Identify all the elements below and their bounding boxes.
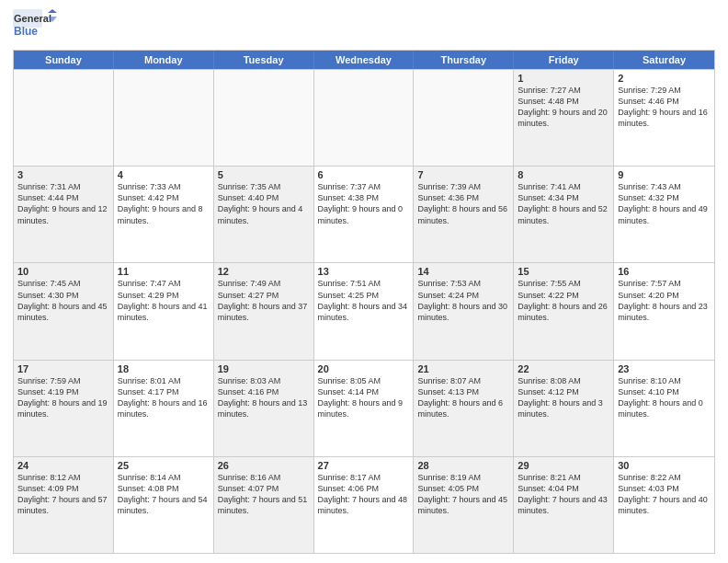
calendar-cell: 16Sunrise: 7:57 AM Sunset: 4:20 PM Dayli… (614, 263, 714, 359)
weekday-header: Tuesday (214, 51, 314, 69)
calendar-row: 17Sunrise: 7:59 AM Sunset: 4:19 PM Dayli… (14, 360, 714, 456)
day-info: Sunrise: 7:27 AM Sunset: 4:48 PM Dayligh… (518, 85, 609, 130)
calendar-row: 24Sunrise: 8:12 AM Sunset: 4:09 PM Dayli… (14, 456, 714, 553)
day-info: Sunrise: 7:53 AM Sunset: 4:24 PM Dayligh… (417, 278, 509, 323)
day-number: 21 (417, 363, 509, 374)
day-info: Sunrise: 8:19 AM Sunset: 4:05 PM Dayligh… (417, 472, 509, 517)
day-info: Sunrise: 7:41 AM Sunset: 4:34 PM Dayligh… (518, 181, 609, 226)
calendar-cell (114, 70, 214, 166)
day-info: Sunrise: 8:08 AM Sunset: 4:12 PM Dayligh… (518, 375, 609, 420)
calendar-cell: 20Sunrise: 8:05 AM Sunset: 4:14 PM Dayli… (314, 361, 415, 456)
calendar-cell: 27Sunrise: 8:17 AM Sunset: 4:06 PM Dayli… (314, 457, 415, 553)
calendar-body: 1Sunrise: 7:27 AM Sunset: 4:48 PM Daylig… (14, 69, 714, 553)
day-info: Sunrise: 7:33 AM Sunset: 4:42 PM Dayligh… (118, 181, 210, 226)
day-number: 9 (618, 169, 711, 180)
day-number: 28 (417, 460, 509, 471)
weekday-header: Friday (514, 51, 614, 69)
day-number: 16 (618, 266, 711, 277)
day-number: 1 (518, 73, 609, 84)
calendar-cell (414, 70, 514, 166)
calendar-cell: 11Sunrise: 7:47 AM Sunset: 4:29 PM Dayli… (114, 263, 214, 359)
day-number: 20 (318, 363, 410, 374)
calendar-cell: 12Sunrise: 7:49 AM Sunset: 4:27 PM Dayli… (214, 263, 314, 359)
day-info: Sunrise: 7:29 AM Sunset: 4:46 PM Dayligh… (618, 85, 711, 130)
calendar-cell: 6Sunrise: 7:37 AM Sunset: 4:38 PM Daylig… (314, 167, 415, 262)
calendar-cell: 8Sunrise: 7:41 AM Sunset: 4:34 PM Daylig… (514, 167, 614, 262)
day-number: 25 (118, 460, 210, 471)
calendar-cell: 23Sunrise: 8:10 AM Sunset: 4:10 PM Dayli… (614, 361, 714, 456)
day-info: Sunrise: 7:47 AM Sunset: 4:29 PM Dayligh… (118, 278, 210, 323)
calendar-cell: 7Sunrise: 7:39 AM Sunset: 4:36 PM Daylig… (414, 167, 514, 262)
day-number: 11 (118, 266, 210, 277)
weekday-header: Thursday (414, 51, 514, 69)
calendar-cell: 3Sunrise: 7:31 AM Sunset: 4:44 PM Daylig… (14, 167, 114, 262)
day-number: 17 (17, 363, 109, 374)
logo-svg: General Blue (13, 9, 59, 44)
calendar-cell: 24Sunrise: 8:12 AM Sunset: 4:09 PM Dayli… (14, 457, 114, 553)
weekday-header: Sunday (14, 51, 114, 69)
calendar-header: SundayMondayTuesdayWednesdayThursdayFrid… (14, 51, 714, 69)
day-number: 19 (218, 363, 310, 374)
calendar-cell: 22Sunrise: 8:08 AM Sunset: 4:12 PM Dayli… (514, 361, 614, 456)
calendar-cell (14, 70, 114, 166)
calendar-cell: 21Sunrise: 8:07 AM Sunset: 4:13 PM Dayli… (414, 361, 514, 456)
day-number: 26 (218, 460, 310, 471)
day-number: 18 (118, 363, 210, 374)
weekday-header: Monday (114, 51, 214, 69)
day-info: Sunrise: 8:17 AM Sunset: 4:06 PM Dayligh… (318, 472, 410, 517)
calendar-cell: 14Sunrise: 7:53 AM Sunset: 4:24 PM Dayli… (414, 263, 514, 359)
day-number: 13 (318, 266, 410, 277)
calendar-cell: 30Sunrise: 8:22 AM Sunset: 4:03 PM Dayli… (614, 457, 714, 553)
day-number: 12 (218, 266, 310, 277)
calendar-cell: 9Sunrise: 7:43 AM Sunset: 4:32 PM Daylig… (614, 167, 714, 262)
day-info: Sunrise: 7:59 AM Sunset: 4:19 PM Dayligh… (17, 375, 109, 420)
day-number: 7 (417, 169, 509, 180)
page-header: General Blue (13, 9, 715, 44)
calendar-cell: 29Sunrise: 8:21 AM Sunset: 4:04 PM Dayli… (514, 457, 614, 553)
calendar-cell: 4Sunrise: 7:33 AM Sunset: 4:42 PM Daylig… (114, 167, 214, 262)
day-number: 10 (17, 266, 109, 277)
day-number: 27 (318, 460, 410, 471)
day-info: Sunrise: 7:39 AM Sunset: 4:36 PM Dayligh… (417, 181, 509, 226)
day-info: Sunrise: 8:10 AM Sunset: 4:10 PM Dayligh… (618, 375, 711, 420)
weekday-header: Saturday (614, 51, 714, 69)
day-number: 2 (618, 73, 711, 84)
calendar-cell: 13Sunrise: 7:51 AM Sunset: 4:25 PM Dayli… (314, 263, 415, 359)
calendar: SundayMondayTuesdayWednesdayThursdayFrid… (13, 50, 715, 554)
day-number: 14 (417, 266, 509, 277)
calendar-cell: 25Sunrise: 8:14 AM Sunset: 4:08 PM Dayli… (114, 457, 214, 553)
day-info: Sunrise: 8:21 AM Sunset: 4:04 PM Dayligh… (518, 472, 609, 517)
day-number: 6 (318, 169, 410, 180)
day-info: Sunrise: 7:37 AM Sunset: 4:38 PM Dayligh… (318, 181, 410, 226)
day-info: Sunrise: 8:16 AM Sunset: 4:07 PM Dayligh… (218, 472, 310, 517)
day-info: Sunrise: 7:31 AM Sunset: 4:44 PM Dayligh… (17, 181, 109, 226)
calendar-cell: 10Sunrise: 7:45 AM Sunset: 4:30 PM Dayli… (14, 263, 114, 359)
calendar-cell: 18Sunrise: 8:01 AM Sunset: 4:17 PM Dayli… (114, 361, 214, 456)
day-info: Sunrise: 8:03 AM Sunset: 4:16 PM Dayligh… (218, 375, 310, 420)
calendar-cell (214, 70, 314, 166)
day-info: Sunrise: 8:07 AM Sunset: 4:13 PM Dayligh… (417, 375, 509, 420)
day-info: Sunrise: 7:57 AM Sunset: 4:20 PM Dayligh… (618, 278, 711, 323)
day-info: Sunrise: 7:55 AM Sunset: 4:22 PM Dayligh… (518, 278, 609, 323)
svg-text:General: General (14, 13, 51, 24)
day-number: 4 (118, 169, 210, 180)
day-number: 22 (518, 363, 609, 374)
calendar-cell: 26Sunrise: 8:16 AM Sunset: 4:07 PM Dayli… (214, 457, 314, 553)
day-info: Sunrise: 8:05 AM Sunset: 4:14 PM Dayligh… (318, 375, 410, 420)
svg-text:Blue: Blue (14, 25, 38, 38)
calendar-cell (314, 70, 415, 166)
calendar-row: 10Sunrise: 7:45 AM Sunset: 4:30 PM Dayli… (14, 262, 714, 359)
weekday-header: Wednesday (314, 51, 415, 69)
day-info: Sunrise: 8:22 AM Sunset: 4:03 PM Dayligh… (618, 472, 711, 517)
day-info: Sunrise: 7:43 AM Sunset: 4:32 PM Dayligh… (618, 181, 711, 226)
day-number: 3 (17, 169, 109, 180)
day-info: Sunrise: 8:01 AM Sunset: 4:17 PM Dayligh… (118, 375, 210, 420)
day-info: Sunrise: 7:45 AM Sunset: 4:30 PM Dayligh… (17, 278, 109, 323)
calendar-cell: 1Sunrise: 7:27 AM Sunset: 4:48 PM Daylig… (514, 70, 614, 166)
day-number: 30 (618, 460, 711, 471)
calendar-row: 3Sunrise: 7:31 AM Sunset: 4:44 PM Daylig… (14, 166, 714, 262)
calendar-cell: 15Sunrise: 7:55 AM Sunset: 4:22 PM Dayli… (514, 263, 614, 359)
day-number: 5 (218, 169, 310, 180)
day-info: Sunrise: 8:12 AM Sunset: 4:09 PM Dayligh… (17, 472, 109, 517)
day-number: 23 (618, 363, 711, 374)
